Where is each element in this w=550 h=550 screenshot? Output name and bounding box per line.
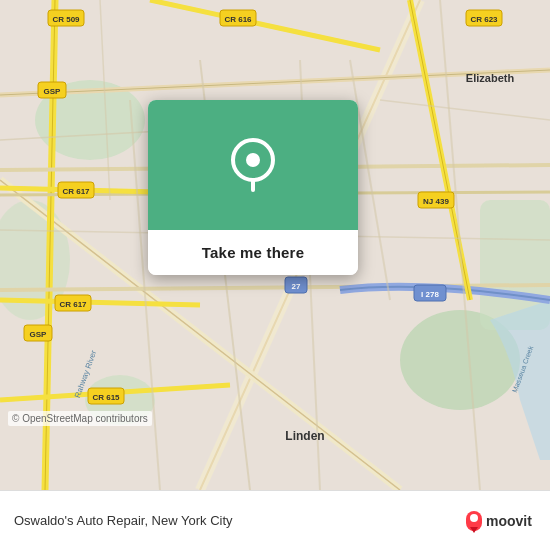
svg-text:Elizabeth: Elizabeth <box>466 72 515 84</box>
svg-text:CR 616: CR 616 <box>224 15 252 24</box>
svg-text:CR 615: CR 615 <box>92 393 120 402</box>
svg-text:GSP: GSP <box>44 87 62 96</box>
svg-point-61 <box>470 514 478 522</box>
popup-map-area <box>148 100 358 230</box>
copyright-text: © OpenStreetMap contributors <box>8 411 152 426</box>
svg-text:CR 509: CR 509 <box>52 15 80 24</box>
svg-text:CR 623: CR 623 <box>470 15 498 24</box>
svg-text:CR 617: CR 617 <box>59 300 87 309</box>
svg-text:I 278: I 278 <box>421 290 439 299</box>
take-me-there-button[interactable]: Take me there <box>148 230 358 275</box>
svg-text:27: 27 <box>292 282 301 291</box>
location-label: Oswaldo's Auto Repair, New York City <box>14 513 233 528</box>
popup-card: Take me there <box>148 100 358 275</box>
svg-text:NJ 439: NJ 439 <box>423 197 449 206</box>
svg-text:moovit: moovit <box>486 513 532 529</box>
svg-text:GSP: GSP <box>30 330 48 339</box>
moovit-logo: moovit <box>466 507 536 535</box>
svg-text:Linden: Linden <box>285 429 324 443</box>
location-pin-icon <box>231 138 275 192</box>
bottom-bar: Oswaldo's Auto Repair, New York City moo… <box>0 490 550 550</box>
svg-text:CR 617: CR 617 <box>62 187 90 196</box>
map-container: CR 509 CR 616 CR 623 GSP CR 617 CR 617 N… <box>0 0 550 490</box>
